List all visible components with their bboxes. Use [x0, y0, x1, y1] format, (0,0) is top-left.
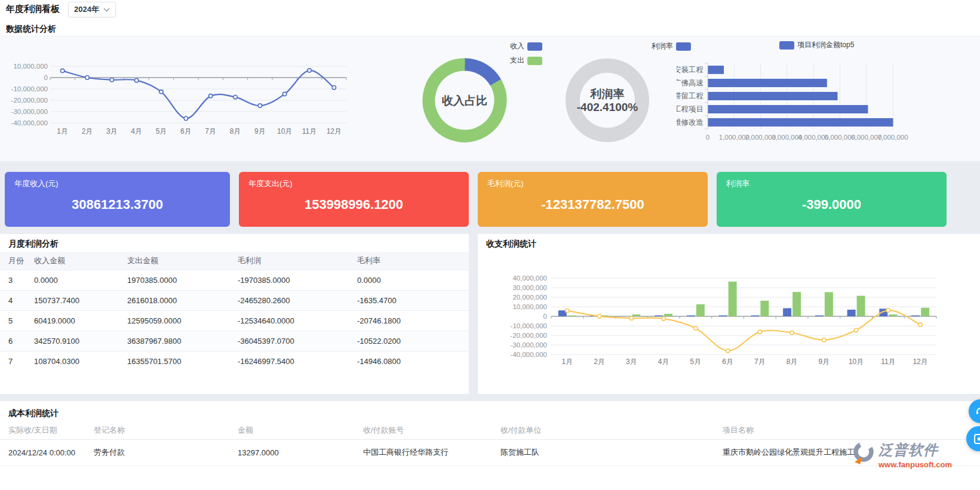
table-cell: 342570.9100 [26, 331, 119, 351]
table-cell: -16246997.5400 [229, 351, 349, 371]
svg-text:4月: 4月 [131, 127, 142, 135]
table-cell: -36045397.0700 [229, 331, 349, 351]
svg-text:安装工程: 安装工程 [677, 66, 703, 74]
income-expense-title: 收支利润统计 [486, 239, 536, 249]
svg-text:1月: 1月 [562, 358, 573, 366]
legend-label: 支出 [510, 56, 524, 66]
svg-text:9月: 9月 [819, 358, 830, 366]
svg-text:0: 0 [706, 134, 709, 141]
table-cell: -1635.4700 [349, 290, 469, 310]
stats-section-title: 数据统计分析 [6, 24, 56, 35]
svg-text:-20,000,000: -20,000,000 [11, 97, 48, 104]
table-cell: 36387967.9800 [119, 331, 229, 351]
column-header: 收入金额 [26, 252, 119, 270]
table-cell: 1970385.0000 [119, 270, 229, 290]
stats-section: 数据统计分析 10,000,0000-10,000,000-20,000,000… [0, 19, 980, 161]
svg-text:2月: 2月 [594, 358, 605, 366]
table-row: 30.00001970385.0000-1970385.00000.0000 [0, 270, 469, 290]
profit-rate-legend[interactable]: 利润率 [652, 41, 691, 51]
svg-text:工程项目: 工程项目 [677, 105, 703, 113]
table-cell: 陈贺施工队 [492, 439, 714, 466]
legend-item[interactable]: 支出 [510, 56, 542, 66]
svg-text:-30,000,000: -30,000,000 [511, 341, 547, 349]
fanpu-logo-icon [851, 440, 876, 466]
table-row: 7108704.030016355701.5700-16246997.5400-… [0, 351, 469, 371]
kpi-card-gross-profit: 毛利润(元) -123137782.7500 [478, 172, 708, 227]
svg-text:12月: 12月 [913, 358, 927, 366]
svg-text:-10,000,000: -10,000,000 [511, 322, 547, 329]
table-cell: 16355701.5700 [119, 351, 229, 371]
column-header: 金额 [229, 421, 355, 439]
table-cell: -14946.0800 [349, 351, 469, 371]
cost-profit-table: 实际收/支日期登记名称金额收/付款账号收/付款单位项目名称 2024/12/24… [0, 421, 980, 466]
income-ratio-chart: 收入支出 收入占比 [370, 36, 543, 162]
table-cell: 108704.0300 [26, 351, 119, 371]
table-cell: 0.0000 [26, 270, 119, 290]
table-cell: -10522.0200 [349, 331, 469, 351]
svg-text:维修改造: 维修改造 [677, 118, 703, 127]
column-header: 收/付款单位 [492, 421, 714, 439]
cost-profit-panel: 成本利润统计 实际收/支日期登记名称金额收/付款账号收/付款单位项目名称 202… [0, 401, 980, 490]
svg-text:2月: 2月 [82, 127, 93, 135]
svg-text:12月: 12月 [327, 127, 342, 135]
income-expense-bar-line-chart: 40,000,00030,000,00020,000,00010,000,000… [483, 249, 977, 393]
project-top5-bar-chart: 01,000,0002,000,0003,000,0004,000,0005,0… [677, 36, 980, 162]
table-cell: 60419.0000 [26, 310, 119, 331]
svg-text:7,000,000: 7,000,000 [877, 134, 908, 141]
monthly-profit-table: 月份收入金额支出金额毛利润毛利率 30.00001970385.0000-197… [0, 252, 469, 371]
svg-text:10,000,000: 10,000,000 [13, 63, 48, 70]
monthly-profit-title: 月度利润分析 [8, 239, 59, 249]
income-expense-panel: 收支利润统计 40,000,00030,000,00020,000,00010,… [478, 234, 980, 394]
kpi-value: 30861213.3700 [5, 197, 230, 212]
legend-swatch-icon [527, 42, 542, 51]
table-header-row: 月份收入金额支出金额毛利润毛利率 [0, 252, 469, 270]
table-cell: 7 [0, 351, 26, 371]
svg-text:3月: 3月 [626, 358, 637, 366]
kpi-value: 153998996.1200 [239, 197, 469, 212]
table-cell: 150737.7400 [26, 290, 119, 310]
svg-text:收入占比: 收入占比 [442, 94, 487, 107]
svg-text:40,000,000: 40,000,000 [512, 275, 547, 282]
year-select-value: 2024年 [74, 4, 99, 15]
table-cell: 劳务付款 [85, 439, 229, 466]
kpi-card-profit-rate: 利润率 -399.0000 [717, 172, 947, 227]
legend-label: 项目利润金额top5 [797, 40, 854, 50]
kpi-card-annual-expense: 年度支出(元) 153998996.1200 [239, 172, 469, 227]
profit-trend-line-chart: 10,000,0000-10,000,000-20,000,000-30,000… [0, 38, 369, 162]
kpi-label: 利润率 [726, 178, 749, 189]
table-cell: 2616018.0000 [119, 290, 229, 310]
legend-item[interactable]: 收入 [510, 41, 542, 51]
svg-text:5月: 5月 [156, 127, 167, 135]
table-row: 6342570.910036387967.9800-36045397.0700-… [0, 331, 469, 351]
svg-text:6月: 6月 [180, 127, 192, 135]
svg-text:滞留工程: 滞留工程 [677, 92, 703, 100]
table-cell: 13297.0000 [229, 439, 355, 466]
column-header: 收/付款账号 [355, 421, 492, 439]
legend-item[interactable]: 项目利润金额top5 [779, 40, 854, 50]
watermark: 泛普软件 www.fanpusoft.com [851, 440, 952, 469]
year-select-dropdown[interactable]: 2024年 [68, 2, 116, 17]
legend-label: 利润率 [652, 41, 673, 51]
table-cell: -2465280.2600 [229, 290, 349, 310]
column-header: 月份 [0, 252, 26, 270]
column-header: 实际收/支日期 [0, 421, 85, 439]
legend-swatch-icon [676, 42, 691, 51]
svg-text:0: 0 [543, 313, 547, 320]
project-top5-legend[interactable]: 项目利润金额top5 [779, 40, 854, 50]
legend-item[interactable]: 利润率 [652, 41, 691, 51]
table-cell: 6 [0, 331, 26, 351]
income-ratio-legend[interactable]: 收入支出 [510, 41, 542, 66]
svg-text:30,000,000: 30,000,000 [512, 284, 547, 291]
svg-text:-402.4100%: -402.4100% [577, 101, 638, 113]
column-header: 毛利润 [229, 252, 349, 270]
svg-text:-40,000,000: -40,000,000 [511, 351, 547, 358]
svg-text:广佛高速: 广佛高速 [677, 79, 703, 87]
legend-swatch-icon [779, 41, 794, 50]
table-cell: 0.0000 [349, 270, 469, 290]
table-row: 560419.000012595059.0000-12534640.0000-2… [0, 310, 469, 331]
table-cell: 3 [0, 270, 26, 290]
table-cell: 4 [0, 290, 26, 310]
kpi-value: -123137782.7500 [478, 197, 708, 212]
svg-text:-40,000,000: -40,000,000 [11, 119, 48, 127]
svg-text:4月: 4月 [658, 358, 669, 366]
